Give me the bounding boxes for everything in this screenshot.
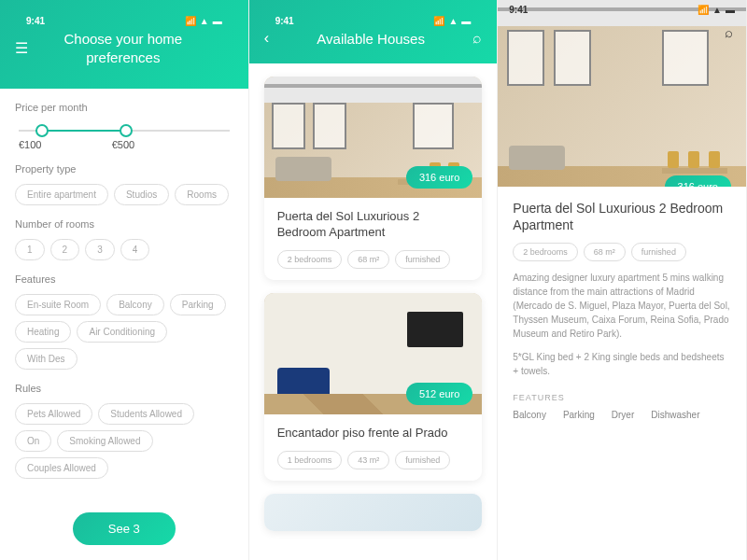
header: 9:41 📶 ▲ ▬ ‹ Available Houses ⌕ xyxy=(249,0,498,63)
rule-chip[interactable]: On xyxy=(15,430,51,452)
listing-card[interactable]: 512 euroEncantador piso frente al Prado1… xyxy=(264,293,483,481)
preferences-screen: 9:41 📶 ▲ ▬ ☰ Choose your home preference… xyxy=(0,0,249,560)
search-icon[interactable]: ⌕ xyxy=(472,30,482,47)
status-icons: 📶 ▲ ▬ xyxy=(185,16,222,26)
status-bar: 9:41 📶 ▲ ▬ xyxy=(15,11,233,30)
wifi-icon: ▲ xyxy=(448,16,458,26)
rules-label: Rules xyxy=(15,383,233,394)
price-badge: 316 euro xyxy=(665,175,731,187)
detail-body: Puerta del Sol Luxurious 2 Bedroom Apart… xyxy=(498,187,746,433)
feature-item: Parking xyxy=(563,410,595,420)
slider-handle-max[interactable] xyxy=(120,124,133,137)
feature-chip[interactable]: Balcony xyxy=(106,294,164,315)
status-bar: 9:41 📶 ▲ ▬ xyxy=(498,0,746,19)
listing-tag: furnished xyxy=(395,250,450,269)
filters-content: Price per month €100 €500 Property type … xyxy=(0,89,248,560)
listing-tag: 68 m² xyxy=(347,250,389,269)
room-count-chip[interactable]: 4 xyxy=(120,239,150,260)
features-heading: FEATURES xyxy=(513,393,731,402)
signal-icon: 📶 xyxy=(698,5,709,15)
listing-image xyxy=(264,494,483,531)
price-slider[interactable] xyxy=(19,130,230,132)
header: 9:41 📶 ▲ ▬ ☰ Choose your home preference… xyxy=(0,0,248,89)
status-bar: 9:41 📶 ▲ ▬ xyxy=(264,11,483,30)
listing-tag[interactable]: 2 bedrooms xyxy=(513,243,578,261)
feature-item: Balcony xyxy=(513,410,546,420)
rule-chip[interactable]: Couples Allowed xyxy=(15,457,108,479)
page-title: Choose your home preferences xyxy=(28,30,218,66)
detail-screen: 9:41 📶 ▲ ▬ ⌕ 316 euro Puerta del Sol Lux… xyxy=(498,0,747,560)
slider-handle-min[interactable] xyxy=(35,124,49,137)
property-label: Property type xyxy=(15,163,233,175)
room-count-chip[interactable]: 1 xyxy=(15,239,45,260)
price-label: Price per month xyxy=(15,102,233,113)
price-min: €100 xyxy=(19,139,41,150)
menu-icon[interactable]: ☰ xyxy=(15,39,28,57)
price-max: €500 xyxy=(112,139,134,150)
listing-description: Amazing designer luxury apartment 5 mins… xyxy=(513,271,731,341)
hero-image: 316 euro xyxy=(498,0,746,187)
signal-icon: 📶 xyxy=(433,16,444,26)
battery-icon: ▬ xyxy=(726,5,735,15)
listing-title: Puerta del Sol Luxurious 2 Bedroom Apart… xyxy=(513,200,731,233)
battery-icon: ▬ xyxy=(461,16,471,26)
signal-icon: 📶 xyxy=(185,16,196,26)
listing-card[interactable] xyxy=(264,494,483,531)
feature-item: Dishwasher xyxy=(651,410,699,420)
feature-chip[interactable]: Air Conditioning xyxy=(77,321,167,343)
rooms-label: Number of rooms xyxy=(15,218,233,230)
status-icons: 📶 ▲ ▬ xyxy=(433,16,471,26)
status-time: 9:41 xyxy=(26,16,45,26)
listing-tag: furnished xyxy=(395,451,450,469)
features-label: Features xyxy=(15,273,233,285)
property-type-chip[interactable]: Rooms xyxy=(175,184,229,205)
listing-description-2: 5*GL King bed + 2 King single beds and b… xyxy=(513,350,731,378)
feature-chip[interactable]: En-suite Room xyxy=(15,294,101,315)
status-time: 9:41 xyxy=(509,5,528,15)
status-icons: 📶 ▲ ▬ xyxy=(698,5,735,15)
price-badge: 512 euro xyxy=(406,383,472,405)
property-type-chip[interactable]: Studios xyxy=(114,184,169,205)
listing-title: Encantador piso frente al Prado xyxy=(277,426,470,441)
listing-title: Puerta del Sol Luxurious 2 Bedroom Apart… xyxy=(277,209,470,241)
room-count-chip[interactable]: 3 xyxy=(85,239,115,260)
feature-item: Dryer xyxy=(612,410,634,420)
price-badge: 316 euro xyxy=(406,166,472,189)
listing-image: 512 euro xyxy=(264,293,483,414)
listings-screen: 9:41 📶 ▲ ▬ ‹ Available Houses ⌕ 316 euro… xyxy=(249,0,499,560)
feature-chip[interactable]: Heating xyxy=(15,321,71,343)
listings-content: 316 euroPuerta del Sol Luxurious 2 Bedro… xyxy=(249,63,498,549)
see-results-button[interactable]: See 3 xyxy=(73,512,176,545)
rule-chip[interactable]: Smoking Allowed xyxy=(57,430,152,452)
wifi-icon: ▲ xyxy=(712,5,722,15)
feature-chip[interactable]: With Des xyxy=(15,348,78,370)
search-icon[interactable]: ⌕ xyxy=(725,24,733,40)
rule-chip[interactable]: Pets Allowed xyxy=(15,403,92,425)
rule-chip[interactable]: Students Allowed xyxy=(98,403,194,425)
status-time: 9:41 xyxy=(275,16,294,26)
listing-tag[interactable]: furnished xyxy=(631,243,686,261)
listing-card[interactable]: 316 euroPuerta del Sol Luxurious 2 Bedro… xyxy=(264,77,483,280)
listing-tag: 1 bedrooms xyxy=(277,451,343,469)
listing-tag: 43 m² xyxy=(347,451,389,469)
listing-tag: 2 bedrooms xyxy=(277,250,343,269)
battery-icon: ▬ xyxy=(213,16,222,26)
feature-chip[interactable]: Parking xyxy=(170,294,226,315)
wifi-icon: ▲ xyxy=(200,16,209,26)
property-type-chip[interactable]: Entire apartment xyxy=(15,184,108,205)
room-count-chip[interactable]: 2 xyxy=(50,239,80,260)
listing-tag[interactable]: 68 m² xyxy=(584,243,626,261)
page-title: Available Houses xyxy=(269,31,472,47)
listing-image: 316 euro xyxy=(264,77,483,198)
